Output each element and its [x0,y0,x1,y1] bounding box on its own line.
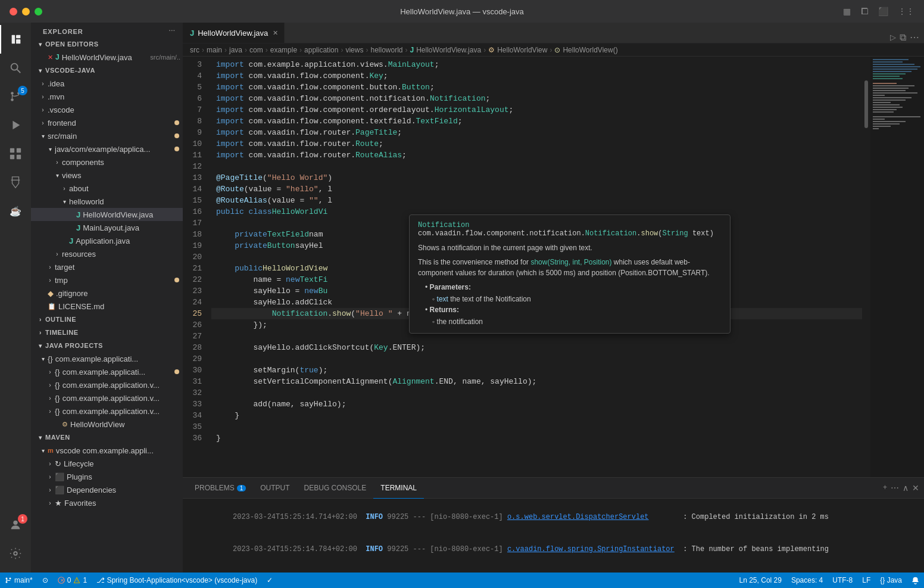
status-branch[interactable]: main* [0,573,38,588]
svg-rect-41 [873,123,900,125]
tab-bar: J HelloWorldView.java ✕ ▷ ⧉ ⋯ [183,23,924,43]
activity-run[interactable] [0,111,31,139]
section-open-editors[interactable]: ▾ OPEN EDITORS [31,38,183,51]
minimize-button[interactable] [22,8,30,15]
panel-tab-terminal[interactable]: TERMINAL [373,478,424,499]
status-errors[interactable]: ✕ 0 ! 1 [53,573,92,588]
tree-jp4[interactable]: › {} com.example.application.v... [31,391,183,405]
bc-class-icon: ⚙ [488,46,495,54]
section-outline[interactable]: › OUTLINE [31,313,183,326]
more-actions-icon[interactable]: ⋯ [910,32,919,43]
split-editor-icon[interactable]: ⧉ [900,32,906,43]
customize-layout-icon[interactable]: ⋮⋮ [895,5,917,17]
tree-views[interactable]: ▾ views [31,169,183,182]
status-check[interactable]: ✓ [262,573,277,588]
activity-explorer[interactable] [0,25,31,54]
java-file-icon: J [55,53,60,61]
tree-jp5[interactable]: › {} com.example.application.v... [31,405,183,418]
tree-dependencies[interactable]: › ⬛ Dependencies [31,483,183,496]
minimap [870,57,924,477]
activity-java[interactable]: ☕ [0,197,31,225]
panel-tab-problems[interactable]: PROBLEMS 1 [188,478,253,499]
tree-vscode[interactable]: › .vscode [31,103,183,116]
sep: › [202,46,204,54]
svg-point-5 [11,92,14,95]
account-badge: 1 [18,514,27,524]
tree-about[interactable]: › about [31,182,183,195]
status-eol[interactable]: LF [857,573,875,588]
tree-jp1[interactable]: ▾ {} com.example.applicati... [31,352,183,365]
activity-account[interactable]: 1 [0,511,31,539]
tree-mainlayout-java[interactable]: J MainLayout.java [31,221,183,234]
tree-idea[interactable]: › .idea [31,77,183,90]
activity-settings[interactable] [0,539,31,568]
close-button[interactable] [10,8,17,15]
tree-application-java[interactable]: J Application.java [31,234,183,247]
tree-maven-vscode[interactable]: ▾ m vscode com.example.appli... [31,444,183,457]
open-editor-item[interactable]: ✕ J HelloWorldView.java src/main/.. [31,51,183,64]
tree-helloworldview-node[interactable]: ⚙ HelloWorldView [31,418,183,431]
svg-rect-21 [873,71,911,72]
section-vscode-java[interactable]: ▾ VSCODE-JAVA [31,64,183,77]
tree-helloworld[interactable]: ▾ helloworld [31,195,183,208]
tree-resources[interactable]: › resources [31,247,183,260]
tree-target[interactable]: › target [31,260,183,273]
tree-frontend[interactable]: › frontend [31,116,183,129]
titlebar: HelloWorldView.java — vscode-java ▦ ⧠ ⬛ … [0,0,924,23]
tree-src-main[interactable]: ▾ src/main [31,129,183,142]
tree-jp2[interactable]: › {} com.example.applicati... [31,365,183,378]
status-spaces[interactable]: Spaces: 4 [786,573,828,588]
activity-bar: 5 ☕ 1 [0,23,31,573]
status-position[interactable]: Ln 25, Col 29 [735,573,786,588]
maximize-button[interactable] [35,8,42,15]
file-icon: ◆ [48,289,54,298]
section-label: VSCODE-JAVA [45,67,95,74]
terminal-line: 2023-03-24T15:25:14.714+02:00 INFO 99225… [190,501,917,533]
panel-maximize-icon[interactable]: ∧ [903,483,909,493]
proj-icon: {} [55,394,60,403]
tab-close-btn[interactable]: ✕ [271,28,279,38]
panel-tab-debug-console[interactable]: DEBUG CONSOLE [297,478,374,499]
activity-extensions[interactable] [0,139,31,168]
scrollbar[interactable] [862,57,870,477]
split-icon[interactable]: ⧠ [858,5,871,17]
tab-helloworldview[interactable]: J HelloWorldView.java ✕ [183,23,285,43]
status-notifications[interactable] [907,573,924,588]
tree-components[interactable]: › components [31,155,183,169]
tree-helloworldview-java[interactable]: J HelloWorldView.java [31,208,183,221]
new-terminal-btn[interactable]: + [883,483,887,493]
new-file-icon[interactable]: ⋯ [168,27,176,35]
tree-gitignore[interactable]: ◆ .gitignore [31,287,183,300]
modified-dot [174,120,179,125]
layout2-icon[interactable]: ⬛ [876,5,891,17]
window-controls[interactable] [10,8,42,15]
tree-java-com[interactable]: ▾ java/com/example/applica... [31,142,183,155]
svg-rect-16 [873,59,909,60]
tree-plugins[interactable]: › ⬛ Plugins [31,470,183,483]
activity-testing[interactable] [0,168,31,197]
status-sync[interactable]: ⊙ [38,573,53,588]
tree-lifecycle[interactable]: › ↻ Lifecycle [31,457,183,470]
tree-mvn[interactable]: › .mvn [31,90,183,103]
activity-source-control[interactable]: 5 [0,82,31,111]
section-maven[interactable]: ▾ MAVEN [31,431,183,444]
tree-favorites[interactable]: › ★ Favorites [31,496,183,509]
status-spring[interactable]: ⎇ Spring Boot-Application<vscode> (vscod… [92,573,262,588]
section-java-projects[interactable]: ▾ JAVA PROJECTS [31,339,183,352]
svg-rect-1 [16,35,20,38]
code-line: import com.vaadin.flow.router.PageTitle; [211,127,862,138]
panel-content[interactable]: 2023-03-24T15:25:14.714+02:00 INFO 99225… [183,499,924,573]
tree-license[interactable]: 📋 LICENSE.md [31,300,183,313]
activity-search[interactable] [0,54,31,82]
tree-tmp[interactable]: › tmp [31,273,183,287]
run-btn[interactable]: ▷ [890,33,896,42]
status-encoding[interactable]: UTF-8 [828,573,857,588]
panel-split-icon[interactable]: ⋯ [891,483,899,493]
section-timeline[interactable]: › TIMELINE [31,326,183,339]
java-icon: J [76,210,80,219]
panel-close-icon[interactable]: ✕ [912,483,919,493]
status-language[interactable]: {} Java [875,573,907,588]
tree-jp3[interactable]: › {} com.example.application.v... [31,378,183,391]
layout-icon[interactable]: ▦ [841,5,853,17]
panel-tab-output[interactable]: OUTPUT [253,478,296,499]
